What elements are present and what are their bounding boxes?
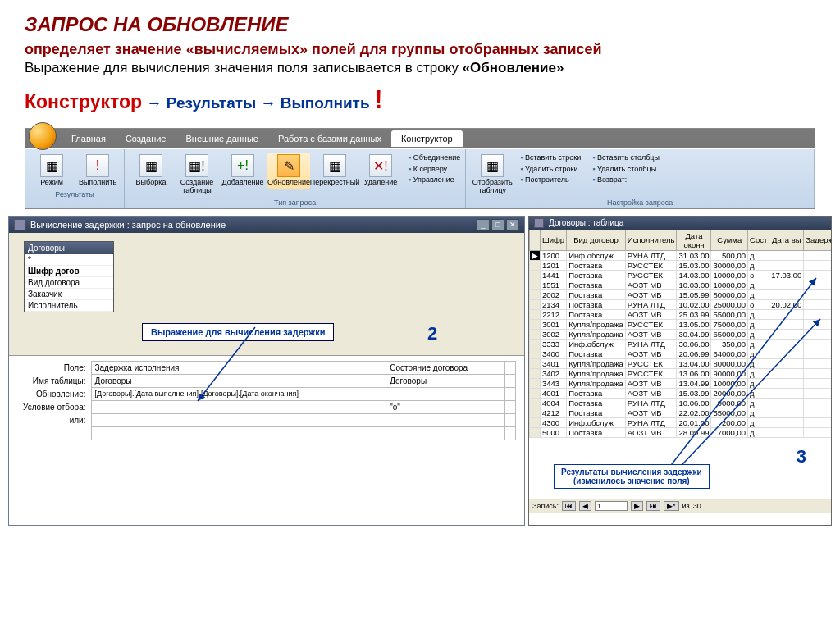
grid-cell-field-1[interactable]: Состояние договора: [386, 361, 505, 374]
maketable-icon: ▦!: [185, 154, 208, 177]
flow-exclaim: !: [374, 84, 383, 114]
showtable-icon: ▦: [481, 154, 504, 177]
flow-constructor: Конструктор: [25, 91, 142, 112]
column-header[interactable]: Сост: [748, 230, 769, 250]
maketable-query-button[interactable]: ▦!Создание таблицы: [176, 153, 218, 197]
setup-list2: Вставить столбцы Удалить столбцы Возврат…: [592, 153, 660, 186]
annotation-badge-2: 2: [427, 323, 437, 344]
table-row[interactable]: 4212ПоставкаАОЗТ МВ22.02.0055000,00д: [530, 408, 832, 417]
table-row[interactable]: 2212ПоставкаАОЗТ МВ25.03.9955000,00д: [530, 309, 832, 319]
table-row[interactable]: 3400ПоставкаАОЗТ МВ20.06.9964000,00д: [530, 349, 832, 358]
minimize-button[interactable]: _: [477, 219, 490, 230]
delete-query-button[interactable]: ✕!Удаление: [359, 153, 402, 189]
grid-cell-field-0[interactable]: Задержка исполнения: [91, 361, 386, 374]
nav-last[interactable]: ⏭: [646, 501, 660, 511]
datasheet-title: Договоры : таблица: [549, 218, 623, 227]
tab-create[interactable]: Создание: [116, 130, 176, 147]
query-design-upper-pane[interactable]: Договоры * Шифр догов Вид договора Заказ…: [9, 233, 524, 356]
ribbon: Главная Создание Внешние данные Работа с…: [25, 128, 815, 209]
grid-cell-criteria-1[interactable]: "о": [386, 400, 505, 413]
flow-results: Результаты: [167, 94, 257, 112]
result-annotation: Результаты вычисления задержки (изменило…: [554, 464, 710, 489]
close-button[interactable]: ✕: [506, 219, 519, 230]
tab-design[interactable]: Конструктор: [391, 130, 463, 147]
flow-execute: Выполнить: [281, 94, 370, 112]
run-icon: !: [86, 154, 109, 177]
select-query-button[interactable]: ▦Выборка: [130, 153, 172, 189]
fieldlist-item[interactable]: *: [25, 254, 113, 266]
query-window-title: Вычисление задержки : запрос на обновлен…: [30, 220, 226, 230]
page-subtitle: определяет значение «вычисляемых» полей …: [25, 41, 815, 58]
tab-external[interactable]: Внешние данные: [176, 130, 268, 147]
ribbon-group-querytype: ▦Выборка ▦!Создание таблицы +!Добавление…: [125, 149, 466, 208]
ribbon-group-setup: ▦Отобразить таблицу Вставить строки Удал…: [466, 149, 815, 208]
grid-cell-update-0[interactable]: [Договоры].[Дата выполнения]-[Договоры].…: [91, 387, 386, 400]
table-icon: ▦: [139, 154, 162, 177]
window-icon: [534, 218, 544, 228]
table-row[interactable]: 5000ПоставкаАОЗТ МВ28.09.997000,00д: [530, 427, 832, 437]
delete-icon: ✕!: [369, 154, 392, 177]
expression-annotation: Выражение для вычисления задержки: [142, 323, 334, 341]
table-row[interactable]: 1201ПоставкаРУССТЕК15.03.0030000,00д: [530, 260, 832, 270]
crosstab-query-button[interactable]: ▦Перекрестный: [313, 153, 356, 189]
update-icon: ✎: [277, 154, 300, 177]
showtable-button[interactable]: ▦Отобразить таблицу: [471, 153, 514, 197]
column-header[interactable]: Исполнитель: [625, 230, 677, 250]
run-button[interactable]: !Выполнить: [76, 153, 119, 189]
nav-next[interactable]: ▶: [631, 501, 643, 511]
datasheet-titlebar[interactable]: Договоры : таблица: [529, 217, 831, 230]
table-row[interactable]: 3001Купля/продажаРУССТЕК13.05.0075000,00…: [530, 319, 832, 329]
fieldlist-title: Договоры: [25, 242, 113, 254]
column-header[interactable]: Задержка: [804, 230, 831, 250]
column-header[interactable]: Сумма: [711, 230, 748, 250]
table-fieldlist[interactable]: Договоры * Шифр догов Вид договора Заказ…: [24, 241, 114, 312]
grid-cell-table-0[interactable]: Договоры: [91, 374, 386, 387]
table-row[interactable]: 1551ПоставкаАОЗТ МВ10.03.0010000,00д: [530, 280, 832, 289]
desc-prefix: Выражение для вычисления значения поля з…: [25, 60, 463, 75]
append-query-button[interactable]: +!Добавление: [221, 153, 264, 189]
office-orb[interactable]: [29, 122, 57, 150]
tab-dbtools[interactable]: Работа с базами данных: [268, 130, 391, 147]
fieldlist-item[interactable]: Заказчик: [25, 289, 113, 300]
table-row[interactable]: 1441ПоставкаРУССТЕК14.03.0010000,00о17.0…: [530, 270, 832, 280]
table-row[interactable]: ▶1200Инф.обслужРУНА ЛТД31.03.00500,00д: [530, 250, 832, 260]
table-row[interactable]: 4300Инф.обслужРУНА ЛТД20.01.00200,00д: [530, 417, 832, 427]
window-icon: [14, 219, 25, 230]
column-header[interactable]: Дата вы: [769, 230, 804, 250]
tab-home[interactable]: Главная: [62, 130, 116, 147]
nav-prev[interactable]: ◀: [579, 501, 591, 511]
table-row[interactable]: 4004ПоставкаРУНА ЛТД10.06.009000,00д: [530, 398, 832, 408]
querytype-side-list: Объединение К серверу Управление: [409, 153, 460, 186]
fieldlist-item[interactable]: Вид договора: [25, 277, 113, 289]
fieldlist-item[interactable]: Исполнитель: [25, 300, 113, 312]
table-row[interactable]: 3333Инф.обслужРУНА ЛТД30.06.00350,00д: [530, 339, 832, 349]
table-row[interactable]: 3443Купля/продажаАОЗТ МВ13.04.9910000,00…: [530, 378, 832, 388]
table-row[interactable]: 3002Купля/продажаАОЗТ МВ30.04.9965000,00…: [530, 329, 832, 339]
nav-first[interactable]: ⏮: [562, 501, 576, 511]
table-row[interactable]: 2134ПоставкаРУНА ЛТД10.02.0025000,00о20.…: [530, 299, 832, 309]
view-button[interactable]: ▦Режим: [30, 153, 73, 189]
update-query-button[interactable]: ✎Обновление: [267, 153, 310, 189]
column-header[interactable]: Вид договор: [567, 230, 626, 250]
query-window-titlebar[interactable]: Вычисление задержки : запрос на обновлен…: [9, 217, 524, 233]
nav-new[interactable]: ▶*: [664, 501, 679, 511]
append-icon: +!: [231, 154, 254, 177]
table-row[interactable]: 3401Купля/продажаРУССТЕК13.04.0080000,00…: [530, 358, 832, 368]
nav-current[interactable]: [595, 501, 628, 511]
data-table[interactable]: ШифрВид договорИсполнительДата окончСумм…: [529, 230, 831, 438]
query-design-grid[interactable]: Поле: Задержка исполнения Состояние дого…: [9, 356, 524, 440]
page-main-title: ЗАПРОС НА ОБНОВЛЕНИЕ: [25, 13, 815, 36]
flow-line: Конструктор → Результаты → Выполнить !: [25, 84, 815, 115]
datasheet-window: Договоры : таблица ШифрВид договорИсполн…: [528, 216, 832, 526]
column-header[interactable]: Дата оконч: [677, 230, 711, 250]
record-navigator: Запись: ⏮ ◀ ▶ ⏭ ▶* из 30: [529, 499, 831, 513]
table-row[interactable]: 4001ПоставкаАОЗТ МВ15.03.9920000,00д: [530, 388, 832, 398]
maximize-button[interactable]: □: [491, 219, 504, 230]
fieldlist-item[interactable]: Шифр догов: [25, 266, 113, 277]
query-design-window: Вычисление задержки : запрос на обновлен…: [8, 216, 525, 526]
table-row[interactable]: 2002ПоставкаАОЗТ МВ15.05.9980000,00д: [530, 289, 832, 299]
grid-cell-table-1[interactable]: Договоры: [386, 374, 505, 387]
grid-icon: ▦: [40, 154, 63, 177]
table-row[interactable]: 3402Купля/продажаРУССТЕК13.06.0090000,00…: [530, 368, 832, 378]
column-header[interactable]: Шифр: [541, 230, 567, 250]
